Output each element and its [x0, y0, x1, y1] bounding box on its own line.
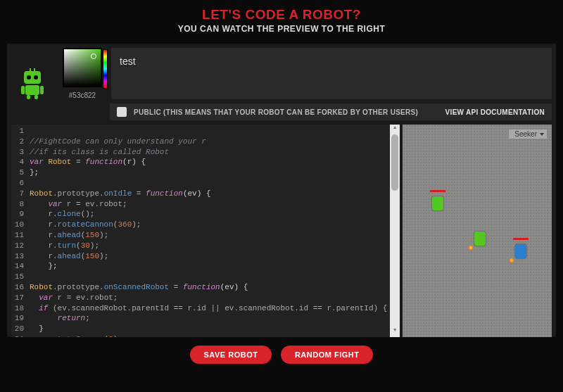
tank [514, 243, 528, 260]
svg-rect-5 [25, 85, 39, 95]
footer: SAVE ROBOT RANDOM FIGHT [0, 346, 563, 364]
arena-badge-label: Seeker [514, 130, 537, 138]
color-picker[interactable] [63, 48, 102, 87]
code-editor[interactable]: 123456789101112131415161718192021222324 … [11, 125, 400, 337]
public-checkbox[interactable] [117, 107, 127, 117]
tank [473, 230, 487, 247]
svg-rect-0 [24, 71, 41, 84]
page-subtitle: YOU CAN WATCH THE PREVIEW TO THE RIGHT [0, 24, 563, 34]
api-docs-link[interactable]: VIEW API DOCUMENTATION [445, 108, 545, 116]
svg-point-1 [27, 75, 31, 80]
robot-avatar-col [11, 48, 53, 99]
robot-name-box[interactable]: test [111, 48, 552, 99]
color-selector-dot[interactable] [91, 53, 96, 59]
preview-arena: Seeker [403, 125, 552, 337]
editor-panel: #53c822 test PUBLIC (THIS MEANS THAT YOU… [7, 44, 556, 337]
svg-rect-6 [21, 86, 25, 94]
color-hex-label: #53c822 [58, 91, 107, 99]
editor-scrollbar[interactable]: ▲ ▼ [390, 125, 400, 337]
svg-rect-9 [34, 95, 38, 99]
robot-name-input[interactable]: test [120, 56, 136, 67]
tank [431, 195, 445, 212]
scroll-up-icon[interactable]: ▲ [390, 125, 400, 134]
svg-point-2 [34, 75, 38, 80]
hue-slider[interactable] [103, 49, 108, 89]
arena-badge[interactable]: Seeker [508, 129, 548, 139]
scroll-down-icon[interactable]: ▼ [390, 327, 400, 337]
svg-rect-7 [40, 86, 44, 94]
public-label: PUBLIC (THIS MEANS THAT YOUR ROBOT CAN B… [134, 108, 445, 116]
code-lines[interactable]: //FightCode can only understand your r//… [27, 125, 390, 337]
save-robot-button[interactable]: SAVE ROBOT [190, 346, 272, 364]
page-title: LET'S CODE A ROBOT? [0, 7, 563, 23]
header: LET'S CODE A ROBOT? YOU CAN WATCH THE PR… [0, 0, 563, 39]
robot-icon [15, 68, 49, 99]
random-fight-button[interactable]: RANDOM FIGHT [281, 346, 374, 364]
svg-rect-3 [30, 68, 31, 72]
options-bar: PUBLIC (THIS MEANS THAT YOUR ROBOT CAN B… [110, 103, 552, 120]
svg-rect-4 [34, 68, 35, 72]
scroll-thumb[interactable] [391, 134, 398, 191]
svg-rect-8 [27, 95, 30, 99]
color-picker-col: #53c822 [58, 48, 107, 99]
line-gutter: 123456789101112131415161718192021222324 [11, 125, 27, 337]
